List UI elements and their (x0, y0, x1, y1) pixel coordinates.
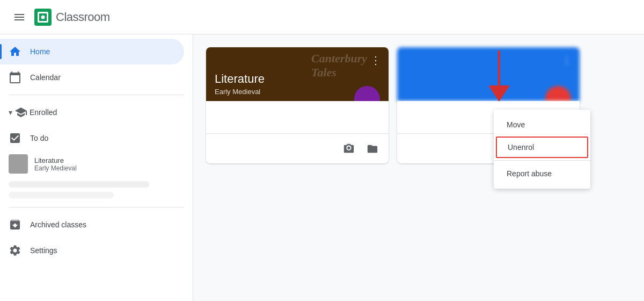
card-subtitle-literature: Early Medieval (215, 88, 260, 96)
card-bg-text: CanterburyTales (311, 52, 367, 80)
sidebar-item-archived[interactable]: Archived classes (0, 212, 184, 238)
card-menu-button-literature[interactable]: ⋮ (367, 52, 384, 69)
enrolled-icon (14, 106, 27, 119)
classroom-logo-icon (34, 9, 52, 26)
sidebar-item-calendar[interactable]: Calendar (0, 64, 184, 90)
card-header-second[interactable]: ⋮ (397, 47, 580, 101)
literature-class-info: Literature Early Medieval (34, 156, 77, 172)
card-avatar-second (545, 86, 571, 101)
active-indicator (0, 44, 2, 59)
card-title-literature: Literature (215, 72, 265, 86)
card-header-literature[interactable]: CanterburyTales Literature Early Medieva… (206, 47, 389, 101)
sidebar-item-enrolled[interactable]: ▾ Enrolled (0, 99, 193, 125)
settings-label: Settings (30, 246, 57, 255)
home-icon (9, 45, 21, 58)
sidebar-placeholder (0, 177, 193, 203)
sidebar-item-literature[interactable]: Literature Early Medieval (0, 151, 193, 177)
literature-class-name: Literature (34, 156, 77, 164)
app-logo: Classroom (34, 9, 110, 26)
sidebar-item-settings[interactable]: Settings (0, 238, 184, 263)
assignments-icon-literature[interactable] (341, 141, 356, 156)
settings-icon (9, 244, 21, 257)
placeholder-bar-2 (9, 192, 114, 198)
sidebar-item-todo[interactable]: To do (0, 125, 184, 151)
todo-icon (9, 132, 21, 145)
literature-class-sub: Early Medieval (34, 164, 77, 172)
todo-label: To do (30, 134, 48, 142)
card-body-literature (206, 101, 389, 133)
folder-icon-literature[interactable] (365, 141, 380, 156)
card-footer-literature (206, 133, 389, 163)
calendar-icon (9, 71, 21, 84)
enrolled-label: Enrolled (30, 108, 57, 117)
app-title: Classroom (56, 10, 110, 24)
calendar-label: Calendar (30, 73, 61, 82)
main-layout: Home Calendar ▾ Enrolled (0, 34, 644, 301)
placeholder-bar-1 (9, 181, 149, 188)
sidebar-item-home[interactable]: Home (0, 39, 184, 64)
dropdown-report[interactable]: Report abuse (494, 163, 590, 184)
archived-icon (9, 218, 21, 231)
topbar: Classroom (0, 0, 644, 34)
archived-label: Archived classes (30, 220, 86, 229)
home-label: Home (30, 47, 50, 56)
dropdown-move[interactable]: Move (494, 114, 590, 135)
sidebar-divider-1 (9, 95, 184, 95)
sidebar-divider-2 (9, 207, 184, 207)
sidebar: Home Calendar ▾ Enrolled (0, 34, 193, 301)
content-area: CanterburyTales Literature Early Medieva… (193, 34, 644, 301)
card-dropdown-menu: Move Unenrol Report abuse (494, 110, 590, 189)
dropdown-divider (494, 160, 590, 161)
card-menu-button-second[interactable]: ⋮ (558, 52, 575, 69)
card-literature: CanterburyTales Literature Early Medieva… (206, 47, 389, 163)
menu-button[interactable] (9, 6, 30, 28)
card-avatar-literature (354, 86, 380, 101)
literature-class-icon (9, 154, 28, 174)
chevron-down-icon: ▾ (9, 108, 12, 117)
dropdown-unenrol[interactable]: Unenrol (496, 137, 588, 158)
